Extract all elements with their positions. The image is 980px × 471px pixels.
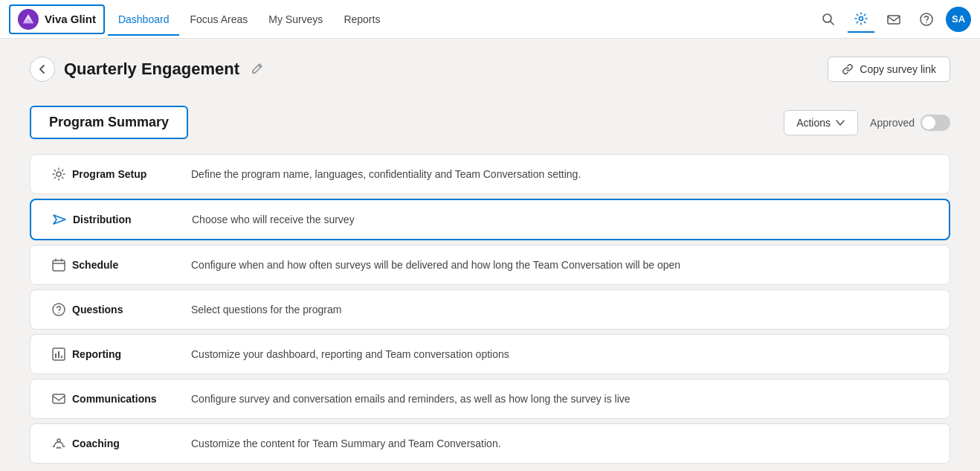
section-actions-area: Actions Approved — [784, 110, 950, 135]
program-setup-desc: Define the program name, languages, conf… — [191, 168, 935, 180]
schedule-icon — [45, 257, 72, 272]
notifications-button[interactable] — [880, 6, 907, 33]
help-icon — [920, 13, 933, 26]
menu-item-reporting[interactable]: Reporting Customize your dashboard, repo… — [30, 334, 950, 374]
pencil-icon — [251, 63, 263, 74]
back-button[interactable] — [30, 57, 55, 82]
brand-name-label: Viva Glint — [45, 13, 96, 25]
nav-link-my-surveys[interactable]: My Surveys — [258, 3, 333, 36]
svg-point-9 — [57, 172, 61, 176]
page-title: Quarterly Engagement — [64, 60, 239, 79]
approved-label: Approved — [870, 117, 915, 129]
reporting-icon — [45, 347, 72, 362]
mail-icon — [887, 13, 900, 26]
svg-point-5 — [860, 16, 863, 20]
svg-rect-6 — [888, 16, 900, 24]
section-header: Program Summary Actions Approved — [30, 106, 950, 139]
link-icon — [842, 63, 854, 75]
distribution-desc: Choose who will receive the survey — [192, 214, 934, 225]
coaching-desc: Customize the content for Team Summary a… — [191, 438, 935, 449]
coaching-title: Coaching — [72, 438, 191, 449]
communications-icon — [45, 391, 72, 406]
nav-right-actions: SA — [815, 6, 971, 33]
page-header-left: Quarterly Engagement — [30, 57, 266, 82]
svg-rect-17 — [61, 356, 62, 358]
nav-link-focus-areas[interactable]: Focus Areas — [179, 3, 258, 36]
reporting-desc: Customize your dashboard, reporting and … — [191, 348, 935, 360]
search-icon — [822, 13, 835, 26]
distribution-title: Distribution — [73, 214, 192, 225]
approved-toggle[interactable] — [921, 115, 950, 131]
menu-item-communications[interactable]: Communications Configure survey and conv… — [30, 379, 950, 419]
menu-item-questions[interactable]: Questions Select questions for the progr… — [30, 289, 950, 330]
svg-rect-15 — [55, 353, 57, 358]
program-setup-icon — [45, 167, 72, 182]
distribution-icon — [46, 212, 73, 227]
nav-link-dashboard[interactable]: Dashboard — [108, 3, 180, 36]
svg-line-4 — [831, 21, 834, 25]
svg-rect-11 — [53, 260, 65, 271]
nav-links-container: Dashboard Focus Areas My Surveys Reports — [108, 3, 815, 36]
back-arrow-icon — [37, 64, 48, 74]
svg-point-19 — [57, 439, 60, 442]
reporting-title: Reporting — [72, 348, 191, 360]
svg-point-7 — [921, 13, 932, 25]
program-summary-section: Program Summary Actions Approved — [30, 106, 950, 464]
section-title: Program Summary — [30, 106, 188, 139]
svg-rect-16 — [58, 351, 59, 358]
search-button[interactable] — [815, 6, 842, 33]
schedule-desc: Configure when and how often surveys wil… — [191, 259, 935, 271]
menu-item-program-setup[interactable]: Program Setup Define the program name, l… — [30, 154, 950, 194]
edit-title-button[interactable] — [248, 61, 266, 78]
menu-item-distribution[interactable]: Distribution Choose who will receive the… — [30, 199, 950, 240]
copy-survey-link-button[interactable]: Copy survey link — [828, 57, 950, 82]
communications-title: Communications — [72, 393, 191, 405]
menu-item-coaching[interactable]: Coaching Customize the content for Team … — [30, 423, 950, 464]
svg-rect-18 — [53, 394, 65, 403]
questions-icon — [45, 302, 72, 317]
settings-button[interactable] — [848, 6, 874, 33]
schedule-title: Schedule — [72, 259, 191, 271]
page-content: Quarterly Engagement Copy survey link Pr… — [0, 39, 980, 471]
brand-logo-area[interactable]: Viva Glint — [9, 4, 105, 34]
communications-desc: Configure survey and conversation emails… — [191, 393, 935, 405]
svg-point-13 — [58, 313, 59, 314]
actions-dropdown-button[interactable]: Actions — [784, 110, 858, 135]
svg-marker-10 — [54, 215, 65, 224]
menu-item-schedule[interactable]: Schedule Configure when and how often su… — [30, 245, 950, 285]
actions-label: Actions — [796, 117, 831, 129]
top-navigation: Viva Glint Dashboard Focus Areas My Surv… — [0, 0, 980, 39]
viva-glint-logo-icon — [18, 9, 39, 30]
user-avatar-button[interactable]: SA — [946, 7, 971, 32]
menu-list: Program Setup Define the program name, l… — [30, 154, 950, 464]
questions-title: Questions — [72, 304, 191, 315]
chevron-down-icon — [835, 118, 845, 128]
copy-survey-link-label: Copy survey link — [860, 63, 936, 75]
program-setup-title: Program Setup — [72, 168, 191, 180]
coaching-icon — [45, 436, 72, 451]
page-header: Quarterly Engagement Copy survey link — [30, 57, 950, 82]
questions-desc: Select questions for the program — [191, 304, 935, 315]
svg-point-12 — [53, 304, 65, 315]
help-button[interactable] — [913, 6, 940, 33]
nav-link-reports[interactable]: Reports — [333, 3, 390, 36]
approved-toggle-area: Approved — [870, 115, 950, 131]
svg-point-8 — [926, 22, 927, 23]
gear-icon — [854, 12, 868, 25]
